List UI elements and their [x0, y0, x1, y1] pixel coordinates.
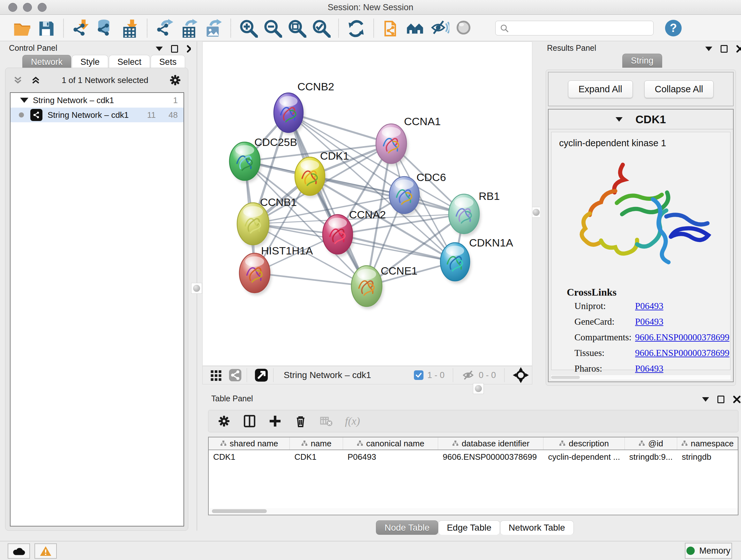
tab-select[interactable]: Select — [109, 55, 150, 69]
network-node-CDKN1A[interactable]: CDKN1A — [441, 237, 513, 284]
add-column-icon[interactable] — [268, 415, 282, 428]
table-panel-close-icon[interactable] — [733, 395, 741, 403]
table-cell[interactable]: CDK1 — [290, 450, 343, 463]
collapse-all-button[interactable]: Collapse All — [644, 80, 714, 98]
column-header-namespace[interactable]: namespace — [677, 437, 738, 449]
fit-content-crosshair-icon[interactable] — [513, 367, 529, 383]
crosslink-link[interactable]: P06493 — [635, 363, 664, 374]
table-cell[interactable]: P06493 — [343, 450, 438, 463]
import-network-database-icon — [96, 18, 115, 38]
tab-edge-table[interactable]: Edge Table — [438, 520, 500, 535]
column-header-shared-name[interactable]: shared name — [209, 437, 290, 449]
gene-description: cyclin-dependent kinase 1 — [551, 132, 730, 148]
zoom-fit-button[interactable] — [285, 17, 309, 39]
table-options-gear-icon[interactable] — [217, 415, 231, 428]
results-scrollbar[interactable] — [551, 375, 731, 380]
column-header-database-identifier[interactable]: database identifier — [438, 437, 543, 449]
network-node-HIST1H1A[interactable]: HIST1H1A — [239, 245, 313, 295]
network-options-gear-icon[interactable] — [169, 74, 182, 86]
crosslink-link[interactable]: 9606.ENSP00000378699 — [635, 332, 730, 343]
collection-expand-caret-icon[interactable] — [20, 98, 28, 103]
tab-network[interactable]: Network — [22, 55, 71, 69]
column-header--id[interactable]: @id — [625, 437, 677, 449]
zoom-selected-button[interactable] — [309, 17, 333, 39]
share-view-icon[interactable] — [228, 368, 242, 382]
crosslink-link[interactable]: P06493 — [635, 301, 664, 311]
table-cell[interactable]: CDK1 — [209, 450, 290, 463]
selected-nodes-checkbox[interactable] — [414, 370, 423, 380]
table-panel-menu-caret-icon[interactable] — [702, 397, 709, 401]
tab-node-table[interactable]: Node Table — [376, 520, 438, 535]
network-node-CDC6[interactable]: CDC6 — [389, 171, 446, 216]
crosslink-link[interactable]: 9606.ENSP00000378699 — [635, 348, 730, 358]
table-cell[interactable]: cyclin-dependent ... — [543, 450, 624, 463]
network-row-selected[interactable]: String Network – cdk1 1148 — [10, 108, 184, 122]
column-header-name[interactable]: name — [290, 437, 343, 449]
network-collection-row[interactable]: String Network – cdk1 1 — [10, 93, 184, 108]
network-node-CCNE1[interactable]: CCNE1 — [351, 265, 417, 309]
results-panel-close-icon[interactable] — [736, 45, 741, 53]
export-network-button[interactable] — [152, 17, 177, 39]
import-network-button[interactable] — [69, 17, 93, 39]
control-panel-menu-caret-icon[interactable] — [156, 47, 163, 51]
memory-button[interactable]: Memory — [685, 543, 732, 559]
import-table-icon — [120, 18, 139, 38]
left-splitter[interactable] — [191, 42, 202, 531]
table-row[interactable]: CDK1CDK1P064939606.ENSP00000378699cyclin… — [209, 450, 738, 463]
table-cell[interactable]: 9606.ENSP00000378699 — [438, 450, 543, 463]
search-input[interactable] — [495, 21, 654, 36]
edge-count: 48 — [169, 110, 178, 120]
table-horizontal-scrollbar[interactable] — [209, 508, 738, 514]
save-session-button[interactable] — [34, 17, 58, 39]
tab-string[interactable]: String — [622, 54, 662, 68]
crosslink-label: Compartments: — [575, 332, 635, 343]
delete-column-icon[interactable] — [294, 415, 307, 428]
column-header-canonical-name[interactable]: canonical name — [343, 437, 438, 449]
table-cell[interactable]: stringdb — [677, 450, 738, 463]
table-cell[interactable]: stringdb:9... — [625, 450, 677, 463]
results-panel-float-icon[interactable] — [721, 45, 728, 53]
show-columns-icon[interactable] — [243, 415, 256, 428]
tab-network-table[interactable]: Network Table — [500, 520, 574, 535]
tab-sets[interactable]: Sets — [151, 55, 185, 69]
warning-status-button[interactable] — [35, 543, 57, 559]
import-network-database-button[interactable] — [93, 17, 118, 39]
bottom-splitter-handle[interactable] — [473, 383, 484, 394]
column-tree-icon — [357, 440, 363, 447]
crosslink-link[interactable]: P06493 — [635, 316, 664, 327]
gene-collapse-caret-icon[interactable] — [616, 117, 623, 122]
export-image-button[interactable] — [201, 17, 225, 39]
import-table-button[interactable] — [118, 17, 142, 39]
open-session-button[interactable] — [10, 17, 34, 39]
share-document-button[interactable] — [379, 17, 403, 39]
tab-style[interactable]: Style — [72, 55, 108, 69]
birdseye-view-icon[interactable] — [254, 368, 269, 382]
homes-button[interactable] — [403, 17, 428, 39]
help-button[interactable]: ? — [665, 20, 682, 37]
network-canvas[interactable]: CCNB2 CCNA1 CDC25B CDK1 CDC6 — [202, 42, 532, 366]
results-panel-menu-caret-icon[interactable] — [705, 47, 712, 51]
table-panel-float-icon[interactable] — [718, 395, 724, 403]
control-panel-float-icon[interactable] — [171, 45, 178, 53]
left-splitter-handle[interactable] — [191, 283, 202, 294]
expand-all-button[interactable]: Expand All — [568, 80, 633, 98]
main-toolbar: ? — [0, 15, 741, 41]
export-table-button[interactable] — [177, 17, 201, 39]
string-network-icon — [30, 109, 43, 121]
table-panel: Table Panel f(x) shared namenamecanonica… — [207, 393, 741, 538]
collapse-all-icon[interactable] — [12, 75, 23, 85]
network-node-RB1[interactable]: RB1 — [449, 190, 500, 236]
edge-CCNB2-CCNE1[interactable] — [288, 113, 367, 286]
network-node-CCNA1[interactable]: CCNA1 — [376, 115, 441, 166]
show-all-button[interactable] — [452, 17, 476, 39]
zoom-fit-icon — [287, 18, 307, 38]
cloud-status-button[interactable] — [8, 543, 30, 559]
refresh-button[interactable] — [344, 17, 368, 39]
zoom-in-button[interactable] — [236, 17, 260, 39]
hide-selected-button[interactable] — [428, 17, 452, 39]
zoom-out-button[interactable] — [260, 17, 285, 39]
grid-view-icon[interactable] — [209, 368, 223, 382]
column-header-description[interactable]: description — [543, 437, 624, 449]
collection-count: 1 — [173, 96, 178, 105]
expand-all-icon[interactable] — [30, 75, 41, 85]
